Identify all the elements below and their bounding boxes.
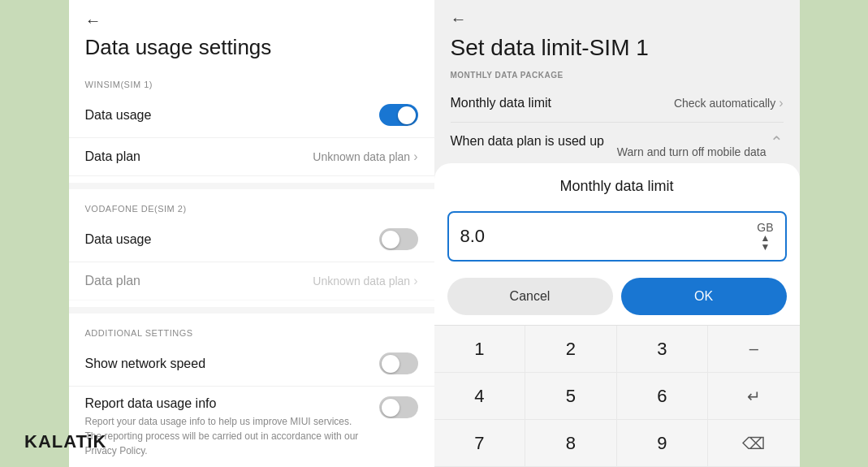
numpad-key-minus[interactable]: – xyxy=(708,326,800,373)
data-plan-value-sim2: Unknown data plan › xyxy=(313,274,417,288)
numpad-key-2[interactable]: 2 xyxy=(525,326,617,373)
report-desc: Report your data usage info to help us i… xyxy=(85,414,366,458)
numpad: 1 2 3 – 4 5 6 ↵ 7 8 9 ⌫ xyxy=(434,325,800,467)
chevron-icon-sim2-plan: › xyxy=(413,274,417,288)
data-plan-row-sim1[interactable]: Data plan Unknown data plan › xyxy=(69,138,434,176)
data-plan-row-sim2[interactable]: Data plan Unknown data plan › xyxy=(69,262,434,301)
divider-sim1 xyxy=(69,183,434,189)
sim2-section-label: VODAFONE DE(SIM 2) xyxy=(69,196,434,217)
show-network-speed-toggle[interactable] xyxy=(379,352,418,374)
modal-card: Monthly data limit 8.0 GB ▲ ▼ xyxy=(434,163,800,467)
numpad-key-5[interactable]: 5 xyxy=(525,373,617,420)
back-button-left[interactable]: ← xyxy=(85,11,101,30)
numpad-key-4[interactable]: 4 xyxy=(434,373,526,420)
data-usage-label-sim2: Data usage xyxy=(85,232,152,247)
chevron-icon-sim1-plan: › xyxy=(413,149,417,164)
left-title: Data usage settings xyxy=(69,35,434,71)
modal-unit-box: GB ▲ ▼ xyxy=(757,221,773,252)
show-network-speed-label: Show network speed xyxy=(85,357,206,371)
data-plan-label-sim2: Data plan xyxy=(85,274,141,288)
modal-input-value: 8.0 xyxy=(460,226,486,247)
data-usage-row-sim1[interactable]: Data usage xyxy=(69,93,434,138)
data-usage-toggle-sim1[interactable] xyxy=(379,104,418,126)
data-usage-label-sim1: Data usage xyxy=(85,108,152,123)
report-text-block: Report data usage info Report your data … xyxy=(85,396,366,458)
modal-input-row: 8.0 GB ▲ ▼ xyxy=(434,205,800,271)
cancel-button[interactable]: Cancel xyxy=(447,278,613,315)
modal-input-box[interactable]: 8.0 GB ▲ ▼ xyxy=(447,211,787,262)
ok-button[interactable]: OK xyxy=(621,278,787,315)
numpad-key-enter[interactable]: ↵ xyxy=(708,373,800,420)
modal-title: Monthly data limit xyxy=(434,163,800,205)
report-data-toggle[interactable] xyxy=(379,396,418,418)
brand-logo: KALATiK xyxy=(24,431,107,452)
report-data-usage-row[interactable]: Report data usage info Report your data … xyxy=(69,387,434,467)
left-panel: ← Data usage settings WINSIM(SIM 1) Data… xyxy=(69,0,434,467)
numpad-key-3[interactable]: 3 xyxy=(617,326,709,373)
numpad-key-7[interactable]: 7 xyxy=(434,420,526,467)
right-panel: ← Set data limit-SIM 1 MONTHLY DATA PACK… xyxy=(434,0,800,467)
data-usage-toggle-sim2[interactable] xyxy=(379,228,418,250)
numpad-key-backspace[interactable]: ⌫ xyxy=(708,420,800,467)
left-header: ← xyxy=(69,0,434,35)
additional-settings-label: ADDITIONAL SETTINGS xyxy=(69,320,434,341)
sim1-section-label: WINSIM(SIM 1) xyxy=(69,71,434,93)
unit-down-arrow[interactable]: ▼ xyxy=(760,243,770,252)
data-usage-row-sim2[interactable]: Data usage xyxy=(69,217,434,262)
numpad-key-6[interactable]: 6 xyxy=(617,373,709,420)
numpad-key-1[interactable]: 1 xyxy=(434,326,526,373)
show-network-speed-row[interactable]: Show network speed xyxy=(69,341,434,387)
modal-buttons: Cancel OK xyxy=(434,271,800,325)
report-title: Report data usage info xyxy=(85,396,366,411)
numpad-key-9[interactable]: 9 xyxy=(617,420,709,467)
data-plan-value-sim1: Unknown data plan › xyxy=(313,149,417,164)
modal-unit-arrows[interactable]: ▲ ▼ xyxy=(760,234,770,252)
numpad-key-8[interactable]: 8 xyxy=(525,420,617,467)
modal-overlay: Monthly data limit 8.0 GB ▲ ▼ xyxy=(434,0,800,467)
divider-sim2 xyxy=(69,307,434,313)
data-plan-label-sim1: Data plan xyxy=(85,149,141,164)
